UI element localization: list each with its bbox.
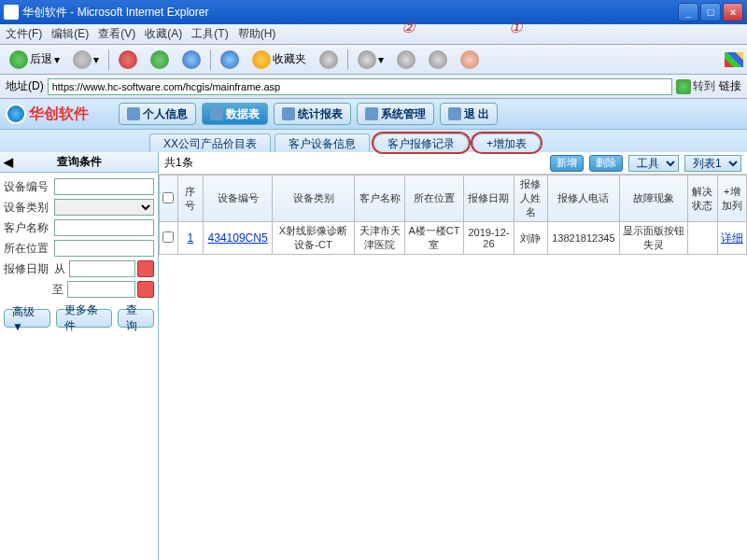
advanced-button[interactable]: 高级▼ <box>4 309 50 328</box>
star-icon <box>252 50 271 69</box>
col-phone[interactable]: 报修人电话 <box>547 175 620 222</box>
tab-repair-records[interactable]: 客户报修记录 <box>374 133 469 152</box>
forward-button[interactable]: ▾ <box>69 49 103 71</box>
home-button[interactable] <box>178 49 204 71</box>
search-button[interactable] <box>217 49 243 71</box>
cell-code[interactable]: 434109CN5 <box>208 231 268 245</box>
logo-icon <box>6 104 26 124</box>
row-checkbox[interactable] <box>162 231 174 243</box>
favorites-button[interactable]: 收藏夹 <box>248 49 310 71</box>
new-button[interactable]: 新增 <box>550 155 584 172</box>
label-repair-date: 报修日期 <box>4 261 52 277</box>
sidebar-header: ◀查询条件 <box>0 152 158 173</box>
maximize-button[interactable]: □ <box>700 3 721 21</box>
close-button[interactable]: × <box>723 3 743 21</box>
links-label[interactable]: 链接 <box>719 78 741 94</box>
tool-select[interactable]: 工具 <box>628 155 679 172</box>
col-code[interactable]: 设备编号 <box>203 175 272 222</box>
col-fault[interactable]: 故障现象 <box>620 175 688 222</box>
input-date-from[interactable] <box>69 260 135 277</box>
messenger-button[interactable] <box>457 49 483 71</box>
calendar-to-icon[interactable] <box>137 281 154 298</box>
search-icon <box>220 50 239 69</box>
collapse-icon[interactable]: ◀ <box>4 155 13 169</box>
label-location: 所在位置 <box>4 241 52 257</box>
back-button[interactable]: 后退 ▾ <box>6 49 63 71</box>
tab-add-table[interactable]: +增加表 <box>472 133 541 152</box>
input-device-code[interactable] <box>54 178 154 195</box>
edit-icon <box>429 50 447 69</box>
nav-data[interactable]: 数据表 <box>202 103 268 125</box>
mail-button[interactable]: ▾ <box>354 49 388 71</box>
label-device-code: 设备编号 <box>4 179 52 195</box>
mail-icon <box>358 50 376 69</box>
col-add[interactable]: +增加列 <box>717 175 746 222</box>
col-person[interactable]: 报修人姓名 <box>514 175 548 222</box>
search-button[interactable]: 查询 <box>118 309 154 328</box>
edit-button[interactable] <box>425 49 451 71</box>
stop-button[interactable] <box>115 49 141 71</box>
refresh-button[interactable] <box>147 49 173 71</box>
home-icon <box>182 50 201 69</box>
minimize-button[interactable]: _ <box>678 3 698 21</box>
more-conditions-button[interactable]: 更多条件 <box>56 309 112 328</box>
tab-price-list[interactable]: XX公司产品价目表 <box>149 133 271 152</box>
label-device-type: 设备类别 <box>4 200 52 216</box>
history-button[interactable] <box>316 49 342 71</box>
go-button[interactable]: 转到 <box>676 78 715 94</box>
print-button[interactable] <box>393 49 419 71</box>
annotation-2: ② <box>402 19 415 36</box>
calendar-from-icon[interactable] <box>137 260 154 277</box>
delete-button[interactable]: 删除 <box>589 155 623 172</box>
input-location[interactable] <box>54 240 154 257</box>
person-icon <box>127 107 140 120</box>
table-row[interactable]: 1 434109CN5 X射线影像诊断设备-CT 天津市天津医院 A楼一楼CT室… <box>160 222 747 255</box>
col-date[interactable]: 报修日期 <box>463 175 514 222</box>
go-icon <box>676 79 691 94</box>
nav-profile[interactable]: 个人信息 <box>119 103 196 125</box>
menu-edit[interactable]: 编辑(E) <box>51 26 89 42</box>
window-title: 华创软件 - Microsoft Internet Explorer <box>22 5 208 21</box>
address-input[interactable] <box>48 78 672 95</box>
select-all-checkbox[interactable] <box>162 192 174 203</box>
menu-help[interactable]: 帮助(H) <box>238 26 276 42</box>
nav-exit[interactable]: 退 出 <box>440 103 498 125</box>
cell-seq[interactable]: 1 <box>188 231 194 245</box>
record-count: 共1条 <box>164 155 193 171</box>
cell-type: X射线影像诊断设备-CT <box>273 222 355 255</box>
menu-file[interactable]: 文件(F) <box>6 26 42 42</box>
brand-logo: 华创软件 <box>6 104 89 124</box>
menu-tools[interactable]: 工具(T) <box>191 26 228 42</box>
cell-date: 2019-12-26 <box>463 222 514 255</box>
input-customer[interactable] <box>54 219 154 236</box>
detail-link[interactable]: 详细 <box>721 231 743 245</box>
cell-status <box>688 222 717 255</box>
nav-report[interactable]: 统计报表 <box>274 103 351 125</box>
list-select[interactable]: 列表1 <box>684 155 741 172</box>
select-device-type[interactable] <box>54 199 154 216</box>
table-header-row: 序号 设备编号 设备类别 客户名称 所在位置 报修日期 报修人姓名 报修人电话 … <box>160 175 747 222</box>
gear-icon <box>365 107 378 120</box>
app-icon <box>4 5 19 20</box>
menu-view[interactable]: 查看(V) <box>98 26 135 42</box>
messenger-icon <box>460 50 479 69</box>
cell-person: 刘静 <box>514 222 548 255</box>
col-status[interactable]: 解决状态 <box>688 175 717 222</box>
cell-location: A楼一楼CT室 <box>405 222 464 255</box>
col-customer[interactable]: 客户名称 <box>354 175 404 222</box>
toolbar: 后退 ▾ ▾ 收藏夹 ▾ <box>0 45 747 75</box>
chart-icon <box>282 107 295 120</box>
stop-icon <box>119 50 137 69</box>
annotation-1: ① <box>509 19 522 36</box>
menu-fav[interactable]: 收藏(A) <box>145 26 182 42</box>
cell-customer: 天津市天津医院 <box>354 222 404 255</box>
nav-system[interactable]: 系统管理 <box>357 103 434 125</box>
table-icon <box>210 107 223 120</box>
col-location[interactable]: 所在位置 <box>405 175 464 222</box>
forward-icon <box>73 50 92 69</box>
col-type[interactable]: 设备类别 <box>273 175 355 222</box>
input-date-to[interactable] <box>67 281 135 298</box>
col-seq[interactable]: 序号 <box>177 175 203 222</box>
refresh-icon <box>150 50 169 69</box>
tab-device-info[interactable]: 客户设备信息 <box>275 133 370 152</box>
